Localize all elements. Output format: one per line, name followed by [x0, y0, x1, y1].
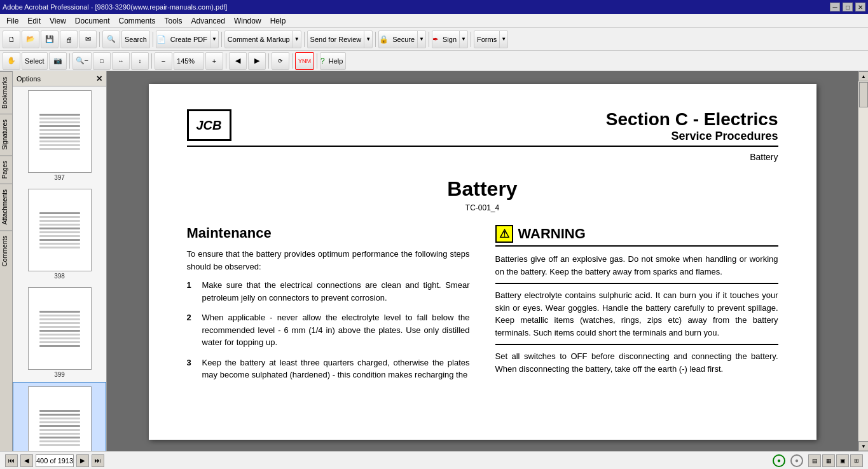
email-btn[interactable]: ✉ [79, 31, 97, 48]
pdf-right-col: ⚠ WARNING Batteries give off an explosiv… [495, 225, 778, 389]
ynm-btn[interactable]: YNM [295, 52, 314, 70]
menu-comments[interactable]: Comments [115, 15, 160, 27]
single-page-btn[interactable]: ▤ [808, 454, 821, 467]
sign-arrow[interactable]: ▼ [459, 31, 467, 48]
panel-content[interactable]: 397 [13, 86, 106, 451]
zoom-in-btn[interactable]: □ [93, 52, 111, 70]
scroll-up-btn[interactable]: ▲ [858, 71, 868, 81]
app-close-btn[interactable]: ✕ [855, 3, 865, 11]
menu-document[interactable]: Document [71, 15, 114, 27]
select-label[interactable]: Select [22, 53, 47, 69]
forms-group[interactable]: Forms ▼ [474, 31, 508, 48]
comment-markup-label[interactable]: Comment & Markup [225, 31, 293, 48]
app-restore-btn[interactable]: □ [843, 3, 853, 11]
forms-label[interactable]: Forms [474, 31, 499, 48]
zoom-plus-btn[interactable]: + [205, 52, 223, 70]
tab-attachments[interactable]: Attachments [0, 184, 12, 230]
tab-bookmarks[interactable]: Bookmarks [0, 71, 12, 114]
print-btn[interactable]: 🖨 [60, 31, 78, 48]
zoom-input[interactable] [174, 52, 204, 70]
next-page-btn[interactable]: ▶ [76, 454, 89, 467]
comment-arrow[interactable]: ▼ [293, 31, 301, 48]
pdf-battery-header: Battery [187, 152, 778, 162]
first-page-btn[interactable]: ⏮ [5, 454, 18, 467]
tab-comments[interactable]: Comments [0, 230, 12, 271]
fit-page-btn[interactable]: ↔ [112, 52, 130, 70]
scroll-thumb[interactable] [859, 82, 868, 107]
list-item-2: 2 When applicable - never allow the elec… [187, 311, 470, 349]
sign-label[interactable]: Sign [440, 31, 459, 48]
fit-width-btn[interactable]: ↕ [131, 52, 149, 70]
page-thumb-398[interactable]: 398 [13, 185, 106, 283]
find-btn[interactable]: 🔍 [102, 31, 120, 48]
create-pdf-group[interactable]: 📄 Create PDF ▼ [156, 31, 219, 48]
menu-help[interactable]: Help [266, 15, 290, 27]
toolbar1: 🗋 📂 💾 🖨 ✉ 🔍 Search 📄 Create PDF ▼ Commen… [0, 28, 868, 51]
menu-tools[interactable]: Tools [161, 15, 186, 27]
next-page-btn[interactable]: ▶ [248, 52, 266, 70]
help-group[interactable]: ? Help [320, 52, 346, 70]
select-group[interactable]: Select [22, 52, 48, 70]
app-title: Adobe Acrobat Professional - [9803-3290(… [3, 3, 227, 11]
last-page-btn[interactable]: ⏭ [92, 454, 104, 467]
hand-tool[interactable]: ✋ [3, 52, 20, 70]
page-thumb-400[interactable]: 400 [13, 382, 106, 451]
secure-group[interactable]: 🔒 Secure ▼ [378, 31, 426, 48]
menubar: File Edit View Document Comments Tools A… [0, 14, 868, 28]
status-icon-gray[interactable]: ● [790, 454, 803, 467]
panel-close-btn[interactable]: ✕ [96, 74, 102, 83]
prev-page-btn[interactable]: ◀ [229, 52, 247, 70]
pdf-area[interactable]: JCB Section C - Electrics Service Proced… [107, 71, 858, 451]
sep11 [268, 53, 269, 69]
sep1 [99, 32, 100, 47]
send-review-group[interactable]: Send for Review ▼ [307, 31, 373, 48]
view-buttons: ▤ ▦ ▣ ⊞ [808, 454, 863, 467]
pdf-left-col: Maintenance To ensure that the battery p… [187, 225, 470, 389]
right-scrollbar[interactable]: ▲ ▼ [858, 71, 868, 451]
create-pdf-label[interactable]: Create PDF [168, 31, 210, 48]
rotate-btn[interactable]: ⟳ [272, 52, 289, 70]
status-icon-green[interactable]: ● [773, 454, 785, 467]
zoom-out-btn[interactable]: 🔍− [72, 52, 92, 70]
status-right: ● ● ▤ ▦ ▣ ⊞ [773, 454, 863, 467]
save-btn[interactable]: 💾 [41, 31, 59, 48]
search-group[interactable]: Search [121, 31, 150, 48]
menu-edit[interactable]: Edit [24, 15, 45, 27]
two-page-cont-btn[interactable]: ⊞ [850, 454, 863, 467]
snapshot-btn[interactable]: 📷 [49, 52, 67, 70]
send-review-label[interactable]: Send for Review [308, 31, 364, 48]
thumb-image-398 [28, 189, 92, 271]
help-label[interactable]: Help [326, 53, 346, 69]
sep6 [429, 32, 429, 47]
scroll-track[interactable] [858, 81, 868, 441]
app-minimize-btn[interactable]: ─ [830, 3, 840, 11]
zoom-minus-btn[interactable]: − [155, 52, 172, 70]
forms-arrow[interactable]: ▼ [499, 31, 507, 48]
secure-arrow[interactable]: ▼ [417, 31, 425, 48]
menu-advanced[interactable]: Advanced [188, 15, 229, 27]
sidebar-tabs: Bookmarks Signatures Pages Attachments C… [0, 71, 13, 451]
scroll-down-btn[interactable]: ▼ [858, 441, 868, 451]
open-btn[interactable]: 📂 [22, 31, 39, 48]
two-page-btn[interactable]: ▣ [836, 454, 849, 467]
menu-view[interactable]: View [46, 15, 70, 27]
panel-options-label[interactable]: Options [17, 75, 41, 83]
comment-group[interactable]: Comment & Markup ▼ [224, 31, 301, 48]
menu-file[interactable]: File [3, 15, 22, 27]
search-label[interactable]: Search [122, 31, 149, 48]
tab-pages[interactable]: Pages [0, 155, 12, 184]
page-thumb-399[interactable]: 399 [13, 283, 106, 382]
page-thumb-397[interactable]: 397 [13, 86, 106, 185]
prev-page-btn[interactable]: ◀ [20, 454, 33, 467]
continuous-btn[interactable]: ▦ [822, 454, 835, 467]
sign-group[interactable]: ✒ Sign ▼ [432, 31, 468, 48]
list-text-3: Keep the battery at least three quarters… [202, 357, 470, 381]
menu-window[interactable]: Window [230, 15, 265, 27]
page-number-input[interactable] [36, 454, 74, 467]
new-btn[interactable]: 🗋 [3, 31, 20, 48]
sep9 [151, 53, 152, 69]
tab-signatures[interactable]: Signatures [0, 114, 12, 155]
create-pdf-arrow[interactable]: ▼ [210, 31, 218, 48]
secure-label[interactable]: Secure [390, 31, 417, 48]
send-review-arrow[interactable]: ▼ [364, 31, 372, 48]
